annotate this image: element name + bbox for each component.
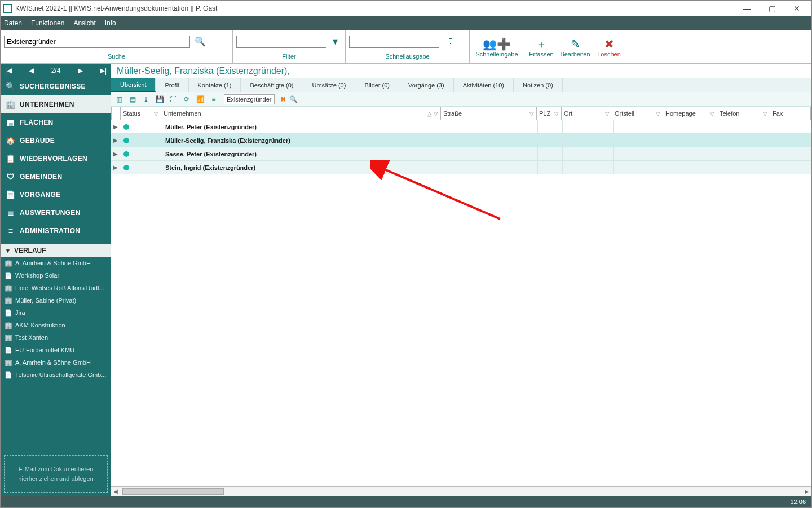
sidebar-item-auswertungen[interactable]: ≣ AUSWERTUNGEN <box>1 204 111 222</box>
col-fax[interactable]: Fax <box>770 107 811 120</box>
scroll-right-icon[interactable]: ▶ <box>802 488 811 494</box>
verlauf-header[interactable]: ▼ VERLAUF <box>1 244 111 257</box>
tab-umsaetze[interactable]: Umsätze (0) <box>303 78 356 92</box>
filter-icon[interactable]: ▽ <box>154 111 158 117</box>
filter-icon[interactable]: ▽ <box>656 111 660 117</box>
tab-profil[interactable]: Profil <box>156 78 188 92</box>
table-row[interactable]: ▶ Sasse, Peter (Existenzgründer) <box>111 147 811 161</box>
list-icon[interactable]: ≡ <box>208 94 219 105</box>
fullscreen-icon[interactable]: ⛶ <box>167 94 179 105</box>
table-row[interactable]: ▶ Stein, Ingrid (Existenzgründer) <box>111 161 811 174</box>
sidebar-item-unternehmen[interactable]: 🏢 UNTERNEHMEN <box>1 95 111 113</box>
col-homepage[interactable]: Homepage▽ <box>663 107 717 120</box>
schnellausgabe-input[interactable] <box>349 36 439 48</box>
verlauf-item[interactable]: 🏢Hotel Weißes Roß Alfons Rudl... <box>1 282 111 294</box>
mini-search-icon[interactable]: 🔍 <box>288 94 299 105</box>
columns-icon[interactable]: ▥ <box>113 94 125 105</box>
col-telefon[interactable]: Telefon▽ <box>717 107 770 120</box>
print-icon[interactable]: 🖨 <box>442 34 457 50</box>
chart-icon[interactable]: 📶 <box>195 94 206 105</box>
tab-notizen[interactable]: Notizen (0) <box>514 78 563 92</box>
clock: 12:06 <box>790 498 806 505</box>
clear-filter-icon[interactable]: ✖ <box>280 95 286 103</box>
sidebar-item-suchergebnisse[interactable]: 🔍 SUCHERGEBNISSE <box>1 77 111 95</box>
sort-filter-icon[interactable]: △ ▽ <box>427 111 438 117</box>
col-unternehmen[interactable]: Unternehmen△ ▽ <box>161 107 441 120</box>
verlauf-text: Workshop Solar <box>15 272 59 279</box>
col-strasse[interactable]: Straße▽ <box>441 107 537 120</box>
tab-aktivitaeten[interactable]: Aktivitäten (10) <box>454 78 514 92</box>
close-button[interactable]: ✕ <box>784 1 809 16</box>
status-bar: 12:06 <box>1 496 811 507</box>
verlauf-item[interactable]: 🏢A. Amrhein & Söhne GmbH <box>1 257 111 269</box>
pager-first[interactable]: |◀ <box>5 67 12 75</box>
col-ort[interactable]: Ort▽ <box>562 107 612 120</box>
filter-icon[interactable]: ▽ <box>710 111 714 117</box>
maximize-button[interactable]: ▢ <box>760 1 784 16</box>
menu-funktionen[interactable]: Funktionen <box>31 19 64 27</box>
col-label: Status <box>123 110 140 117</box>
verlauf-item[interactable]: 📄EU-Fördermittel KMU <box>1 344 111 356</box>
bearbeiten-label: Bearbeiten <box>560 51 590 58</box>
verlauf-item[interactable]: 🏢Test Xanten <box>1 331 111 344</box>
col-status[interactable]: Status▽ <box>121 107 161 120</box>
row-name: Stein, Ingrid (Existenzgründer) <box>161 164 442 171</box>
export-icon[interactable]: ⤓ <box>140 94 152 105</box>
tab-beschaeftigte[interactable]: Beschäftigte (0) <box>241 78 303 92</box>
menu-ansicht[interactable]: Ansicht <box>73 19 95 27</box>
erfassen-button[interactable]: ＋ Erfassen <box>524 30 558 63</box>
filter-icon[interactable]: ▼ <box>329 34 342 50</box>
menu-info[interactable]: Info <box>105 19 116 27</box>
sidebar-item-vorgaenge[interactable]: 📄 VORGÄNGE <box>1 186 111 204</box>
verlauf-item[interactable]: 📄Telsonic Ultraschallgeräte Gmb... <box>1 369 111 381</box>
save-layout-icon[interactable]: 💾 <box>154 94 165 105</box>
tab-vorgaenge[interactable]: Vorgänge (3) <box>399 78 454 92</box>
refresh-icon[interactable]: ⟳ <box>181 94 192 105</box>
scroll-thumb[interactable] <box>122 488 224 495</box>
menu-daten[interactable]: Daten <box>4 19 22 27</box>
sidebar-item-gemeinden[interactable]: 🛡 GEMEINDEN <box>1 168 111 186</box>
expand-icon[interactable]: ▶ <box>111 164 120 170</box>
schnellausgabe-label: Schnellausgabe <box>346 53 469 63</box>
pager-last[interactable]: ▶| <box>100 67 107 75</box>
filter-icon[interactable]: ▽ <box>605 111 610 117</box>
filter-icon[interactable]: ▽ <box>763 111 767 117</box>
pager-next[interactable]: ▶ <box>78 67 83 75</box>
filter-icon[interactable]: ▽ <box>529 111 534 117</box>
verlauf-item[interactable]: 📄Workshop Solar <box>1 269 111 282</box>
layout-icon[interactable]: ▤ <box>127 94 138 105</box>
sidebar-item-gebaeude[interactable]: 🏠 GEBÄUDE <box>1 132 111 150</box>
bearbeiten-button[interactable]: ✎ Bearbeiten <box>558 30 592 63</box>
horizontal-scrollbar[interactable]: ◀ ▶ <box>111 486 811 496</box>
filter-input[interactable] <box>236 36 326 48</box>
tab-uebersicht[interactable]: Übersicht <box>111 78 156 92</box>
search-icon[interactable]: 🔍 <box>192 34 208 50</box>
tab-bilder[interactable]: Bilder (0) <box>355 78 399 92</box>
edit-icon: ✎ <box>571 38 580 50</box>
col-plz[interactable]: PLZ▽ <box>537 107 562 120</box>
col-ortsteil[interactable]: Ortsteil▽ <box>612 107 663 120</box>
sidebar-item-administration[interactable]: ≡ ADMINISTRATION <box>1 222 111 240</box>
filter-icon[interactable]: ▽ <box>554 111 559 117</box>
table-row[interactable]: ▶ Müller-Seelig, Franziska (Existenzgrün… <box>111 134 811 147</box>
expand-icon[interactable]: ▶ <box>111 124 120 130</box>
schnelleingabe-button[interactable]: 👥➕ Schnelleingabe <box>470 30 524 63</box>
tab-kontakte[interactable]: Kontakte (1) <box>189 78 241 92</box>
active-filter-chip[interactable]: Existenzgründer <box>224 94 275 104</box>
table-row[interactable]: ▶ Müller, Peter (Existenzgründer) <box>111 120 811 134</box>
minimize-button[interactable]: — <box>735 1 760 16</box>
sidebar-item-flaechen[interactable]: ▦ FLÄCHEN <box>1 113 111 132</box>
verlauf-item[interactable]: 🏢Müller, Sabine (Privat) <box>1 294 111 306</box>
col-label: PLZ <box>539 110 550 117</box>
search-input[interactable] <box>4 36 190 48</box>
verlauf-item[interactable]: 🏢AKM-Konstruktion <box>1 319 111 331</box>
expand-icon[interactable]: ▶ <box>111 137 120 143</box>
loeschen-button[interactable]: ✖ Löschen <box>592 30 626 63</box>
expand-icon[interactable]: ▶ <box>111 151 120 157</box>
verlauf-item[interactable]: 🏢A. Amrhein & Söhne GmbH <box>1 356 111 369</box>
sidebar-item-wiedervorlagen[interactable]: 📋 WIEDERVORLAGEN <box>1 150 111 168</box>
pager-prev[interactable]: ◀ <box>29 67 34 75</box>
email-dropzone[interactable]: E-Mail zum Dokumentieren hierher ziehen … <box>4 455 108 493</box>
verlauf-item[interactable]: 📄Jira <box>1 306 111 319</box>
scroll-left-icon[interactable]: ◀ <box>111 488 120 494</box>
